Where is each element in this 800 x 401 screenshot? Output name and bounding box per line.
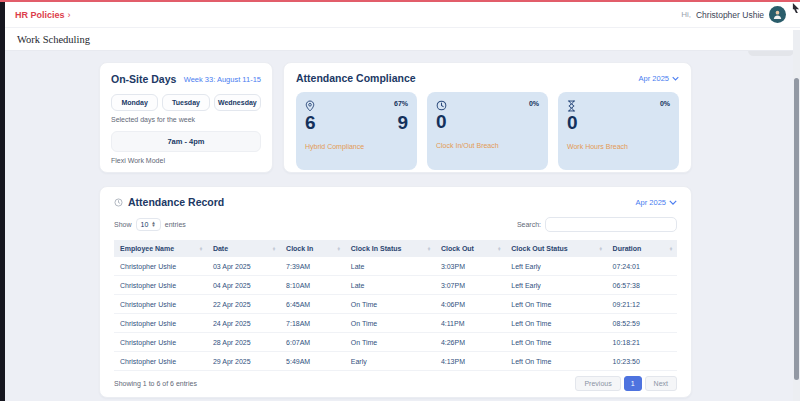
top-accent-line — [0, 0, 800, 2]
tile-percent: 0% — [529, 100, 539, 107]
hourglass-icon — [567, 100, 576, 112]
column-header-clock-out[interactable]: Clock Out▲▼ — [435, 240, 505, 257]
column-header-clock-in-status[interactable]: Clock In Status▲▼ — [345, 240, 435, 257]
column-header-duration[interactable]: Duration▲▼ — [607, 240, 677, 257]
column-header-clock-in[interactable]: Clock In▲▼ — [280, 240, 345, 257]
day-pill-monday[interactable]: Monday — [111, 94, 158, 111]
compliance-period-dropdown[interactable]: Apr 2025 — [639, 74, 679, 83]
table-cell: 24 Apr 2025 — [207, 314, 280, 333]
tile-label: Clock In/Out Breach — [436, 142, 539, 149]
breadcrumb[interactable]: HR Policies› — [15, 10, 71, 20]
table-cell: On Time — [345, 333, 435, 352]
tile-label: Hybrid Compliance — [305, 143, 408, 150]
table-cell: Christopher Ushie — [114, 314, 207, 333]
table-cell: Early — [345, 352, 435, 371]
work-hours-breach-tile: 0% 0 Work Hours Breach — [558, 92, 679, 170]
table-cell: 4:13PM — [435, 352, 505, 371]
attendance-table: Employee Name▲▼ Date▲▼ Clock In▲▼ Clock … — [114, 240, 677, 371]
person-icon — [772, 9, 783, 20]
tile-percent: 67% — [394, 100, 408, 107]
table-cell: 10:23:50 — [607, 352, 677, 371]
table-cell: Left On Time — [505, 333, 606, 352]
attendance-table-body: Christopher Ushie03 Apr 20257:39AMLate3:… — [114, 257, 677, 371]
table-cell: 09:21:12 — [607, 295, 677, 314]
table-cell: Christopher Ushie — [114, 276, 207, 295]
pagination: Previous 1 Next — [575, 376, 677, 391]
week-label: Week 33: August 11-15 — [184, 75, 261, 84]
tile-secondary-value: 9 — [397, 113, 408, 132]
table-cell: Christopher Ushie — [114, 295, 207, 314]
page-title-bar: Work Scheduling — [5, 28, 800, 51]
column-header-clock-out-status[interactable]: Clock Out Status▲▼ — [505, 240, 606, 257]
clock-icon — [436, 100, 447, 111]
entries-summary: Showing 1 to 6 of 6 entries — [114, 380, 197, 387]
work-model-label: Flexi Work Model — [111, 157, 261, 164]
tile-value: 0 — [567, 113, 578, 132]
table-cell: 3:07PM — [435, 276, 505, 295]
scrollbar-track[interactable] — [793, 30, 800, 401]
select-arrows-icon: ▲▼ — [151, 222, 155, 227]
column-header-date[interactable]: Date▲▼ — [207, 240, 280, 257]
topbar: HR Policies› Hi, Christopher Ushie — [5, 2, 800, 28]
table-cell: 10:18:21 — [607, 333, 677, 352]
table-cell: Left Early — [505, 257, 606, 276]
search-label: Search: — [517, 221, 541, 228]
avatar[interactable] — [769, 6, 786, 23]
main-content: On-Site Days Week 33: August 11-15 Monda… — [99, 62, 692, 398]
table-cell: On Time — [345, 314, 435, 333]
chevron-right-icon: › — [68, 10, 71, 20]
time-range-button[interactable]: 7am - 4pm — [111, 131, 261, 152]
table-row: Christopher Ushie29 Apr 20255:49AMEarly4… — [114, 352, 677, 371]
table-cell: 08:52:59 — [607, 314, 677, 333]
tile-value: 0 — [436, 112, 447, 131]
tile-label: Work Hours Breach — [567, 143, 670, 150]
entries-label: entries — [165, 221, 186, 228]
compliance-period-label: Apr 2025 — [639, 74, 669, 83]
record-period-label: Apr 2025 — [636, 198, 666, 207]
page-1-button[interactable]: 1 — [624, 376, 642, 391]
show-label: Show — [114, 221, 132, 228]
table-cell: 06:57:38 — [607, 276, 677, 295]
record-period-dropdown[interactable]: Apr 2025 — [636, 198, 677, 207]
next-page-button[interactable]: Next — [645, 376, 677, 391]
table-cell: 4:06PM — [435, 295, 505, 314]
table-cell: 4:11PM — [435, 314, 505, 333]
search-input[interactable] — [545, 217, 677, 232]
table-cell: 28 Apr 2025 — [207, 333, 280, 352]
table-cell: 29 Apr 2025 — [207, 352, 280, 371]
location-pin-icon — [305, 100, 315, 112]
day-pill-wednesday[interactable]: Wednesday — [214, 94, 261, 111]
sort-icon: ▲▼ — [427, 247, 431, 251]
table-cell: On Time — [345, 295, 435, 314]
onsite-card-title: On-Site Days — [111, 73, 176, 85]
table-row: Christopher Ushie03 Apr 20257:39AMLate3:… — [114, 257, 677, 276]
user-menu[interactable]: Hi, Christopher Ushie — [681, 6, 786, 23]
column-header-employee-name[interactable]: Employee Name▲▼ — [114, 240, 207, 257]
onsite-days-card: On-Site Days Week 33: August 11-15 Monda… — [99, 62, 273, 173]
table-cell: Left On Time — [505, 352, 606, 371]
days-caption: Selected days for the week — [111, 116, 261, 123]
attendance-compliance-card: Attendance Compliance Apr 2025 67% 6 — [283, 62, 692, 173]
history-clock-icon — [114, 198, 123, 207]
scrollbar-thumb[interactable] — [794, 78, 799, 380]
table-cell: 7:18AM — [280, 314, 345, 333]
sort-icon: ▲▼ — [669, 247, 673, 251]
table-cell: Christopher Ushie — [114, 352, 207, 371]
previous-page-button[interactable]: Previous — [575, 376, 620, 391]
table-cell: 7:39AM — [280, 257, 345, 276]
sort-icon: ▲▼ — [497, 247, 501, 251]
clock-breach-tile: 0% 0 Clock In/Out Breach — [427, 92, 548, 170]
table-cell: 4:26PM — [435, 333, 505, 352]
table-row: Christopher Ushie04 Apr 20258:10AMLate3:… — [114, 276, 677, 295]
sort-icon: ▲▼ — [337, 247, 341, 251]
greeting-label: Hi, — [681, 10, 691, 19]
chevron-down-icon — [672, 76, 679, 81]
collapsed-sidebar-strip — [0, 0, 5, 401]
day-pill-tuesday[interactable]: Tuesday — [162, 94, 209, 111]
compliance-card-title: Attendance Compliance — [296, 72, 416, 84]
table-cell: Left Early — [505, 276, 606, 295]
table-cell: 04 Apr 2025 — [207, 276, 280, 295]
sort-icon: ▲▼ — [199, 247, 203, 251]
tile-percent: 0% — [660, 100, 670, 107]
page-size-select[interactable]: 10 ▲▼ — [136, 218, 161, 231]
